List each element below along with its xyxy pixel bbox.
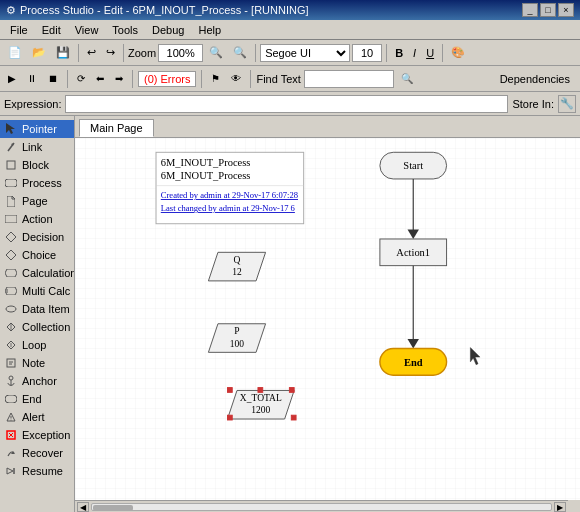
watch-button[interactable]: 👁 bbox=[227, 71, 245, 86]
handle-tc bbox=[258, 388, 263, 393]
dependencies-button[interactable]: Dependencies bbox=[494, 71, 576, 87]
multicalc-icon bbox=[4, 284, 18, 298]
menu-view[interactable]: View bbox=[69, 22, 105, 38]
menu-help[interactable]: Help bbox=[192, 22, 227, 38]
sidebar-item-exception[interactable]: Exception bbox=[0, 426, 74, 444]
sidebar-item-process[interactable]: Process bbox=[0, 174, 74, 192]
step-button[interactable]: ⟳ bbox=[73, 71, 89, 86]
zoom-in-button[interactable]: 🔍 bbox=[229, 44, 251, 61]
xtotal-value: 1200 bbox=[251, 405, 270, 415]
info-modified: Last changed by admin at 29-Nov-17 6 bbox=[161, 203, 296, 213]
sidebar-item-collection[interactable]: Collection bbox=[0, 318, 74, 336]
diagram-svg: 6M_INOUT_Process 6M_INOUT_Process Create… bbox=[75, 138, 580, 500]
sidebar-item-multicalc[interactable]: Multi Calc bbox=[0, 282, 74, 300]
sidebar-item-resume[interactable]: Resume bbox=[0, 462, 74, 480]
sidebar-item-calculation[interactable]: Calculation bbox=[0, 264, 74, 282]
expression-input[interactable] bbox=[65, 95, 508, 113]
undo-button[interactable]: ↩ bbox=[83, 44, 100, 61]
horizontal-scrollbar[interactable]: ◀ ▶ bbox=[75, 500, 568, 512]
back-button[interactable]: ⬅ bbox=[92, 71, 108, 86]
sep7 bbox=[132, 70, 133, 88]
italic-button[interactable]: I bbox=[409, 45, 420, 61]
sep1 bbox=[78, 44, 79, 62]
canvas[interactable]: 6M_INOUT_Process 6M_INOUT_Process Create… bbox=[75, 138, 580, 500]
bp-button[interactable]: ⚑ bbox=[207, 71, 224, 86]
sidebar-item-page[interactable]: Page bbox=[0, 192, 74, 210]
svg-marker-7 bbox=[6, 232, 16, 242]
tab-bar: Main Page bbox=[75, 116, 580, 138]
close-button[interactable]: × bbox=[558, 3, 574, 17]
find-button[interactable]: 🔍 bbox=[397, 71, 417, 86]
menu-bar: File Edit View Tools Debug Help bbox=[0, 20, 580, 40]
find-input[interactable] bbox=[304, 70, 394, 88]
svg-marker-5 bbox=[7, 196, 15, 207]
sidebar-item-choice[interactable]: Choice bbox=[0, 246, 74, 264]
sidebar-item-recover[interactable]: Recover bbox=[0, 444, 74, 462]
svg-point-22 bbox=[11, 420, 12, 421]
color-button[interactable]: 🎨 bbox=[447, 44, 469, 61]
sidebar-item-block[interactable]: Block bbox=[0, 156, 74, 174]
sep6 bbox=[67, 70, 68, 88]
menu-tools[interactable]: Tools bbox=[106, 22, 144, 38]
sidebar-resume-label: Resume bbox=[22, 465, 63, 477]
start-label: Start bbox=[403, 160, 423, 171]
pause-button[interactable]: ⏸ bbox=[23, 71, 41, 86]
run-button[interactable]: ▶ bbox=[4, 71, 20, 86]
sidebar-item-pointer[interactable]: Pointer bbox=[0, 120, 74, 138]
save-button[interactable]: 💾 bbox=[52, 44, 74, 61]
title-bar-left: ⚙ Process Studio - Edit - 6PM_INOUT_Proc… bbox=[6, 4, 309, 17]
font-size-input[interactable] bbox=[352, 44, 382, 62]
sidebar-item-note[interactable]: Note bbox=[0, 354, 74, 372]
anchor-icon bbox=[4, 374, 18, 388]
sidebar-dataitem-label: Data Item bbox=[22, 303, 70, 315]
minimize-button[interactable]: _ bbox=[522, 3, 538, 17]
sidebar-end-label: End bbox=[22, 393, 42, 405]
cursor bbox=[470, 348, 480, 365]
new-button[interactable]: 📄 bbox=[4, 44, 26, 61]
sidebar-item-action[interactable]: Action bbox=[0, 210, 74, 228]
zoom-label: Zoom bbox=[128, 47, 156, 59]
sidebar-item-end[interactable]: End bbox=[0, 390, 74, 408]
title-bar-text: Process Studio - Edit - 6PM_INOUT_Proces… bbox=[20, 4, 309, 16]
svg-marker-0 bbox=[6, 123, 15, 134]
redo-button[interactable]: ↪ bbox=[102, 44, 119, 61]
font-select[interactable]: Segoe UI bbox=[260, 44, 350, 62]
zoom-input[interactable] bbox=[158, 44, 203, 62]
sidebar-item-anchor[interactable]: Anchor bbox=[0, 372, 74, 390]
bold-button[interactable]: B bbox=[391, 45, 407, 61]
store-in-button[interactable]: 🔧 bbox=[558, 95, 576, 113]
sidebar-item-link[interactable]: Link bbox=[0, 138, 74, 156]
sidebar-anchor-label: Anchor bbox=[22, 375, 57, 387]
sidebar-item-loop[interactable]: Loop bbox=[0, 336, 74, 354]
errors-button[interactable]: (0) Errors bbox=[138, 71, 196, 87]
sidebar-item-dataitem[interactable]: Data Item bbox=[0, 300, 74, 318]
zoom-out-button[interactable]: 🔍 bbox=[205, 44, 227, 61]
underline-button[interactable]: U bbox=[422, 45, 438, 61]
menu-file[interactable]: File bbox=[4, 22, 34, 38]
open-button[interactable]: 📂 bbox=[28, 44, 50, 61]
maximize-button[interactable]: □ bbox=[540, 3, 556, 17]
menu-edit[interactable]: Edit bbox=[36, 22, 67, 38]
process-icon bbox=[4, 176, 18, 190]
tab-main-page[interactable]: Main Page bbox=[79, 119, 154, 137]
stop-button[interactable]: ⏹ bbox=[44, 71, 62, 86]
svg-marker-9 bbox=[5, 269, 17, 277]
sidebar: Pointer Link Block Process Page bbox=[0, 116, 75, 512]
recover-icon bbox=[4, 446, 18, 460]
menu-debug[interactable]: Debug bbox=[146, 22, 190, 38]
exception-icon bbox=[4, 428, 18, 442]
info-subtitle: 6M_INOUT_Process bbox=[161, 170, 251, 181]
pointer-icon bbox=[4, 122, 18, 136]
scroll-track[interactable] bbox=[91, 503, 552, 511]
dataitem-icon bbox=[4, 302, 18, 316]
scroll-thumb[interactable] bbox=[93, 505, 133, 511]
sidebar-item-alert[interactable]: Alert bbox=[0, 408, 74, 426]
sidebar-item-decision[interactable]: Decision bbox=[0, 228, 74, 246]
scroll-left-button[interactable]: ◀ bbox=[77, 502, 89, 512]
sep9 bbox=[250, 70, 251, 88]
svg-marker-8 bbox=[6, 250, 16, 260]
svg-rect-6 bbox=[5, 215, 17, 223]
title-bar-controls[interactable]: _ □ × bbox=[522, 3, 574, 17]
forward-button[interactable]: ➡ bbox=[111, 71, 127, 86]
scroll-right-button[interactable]: ▶ bbox=[554, 502, 566, 512]
